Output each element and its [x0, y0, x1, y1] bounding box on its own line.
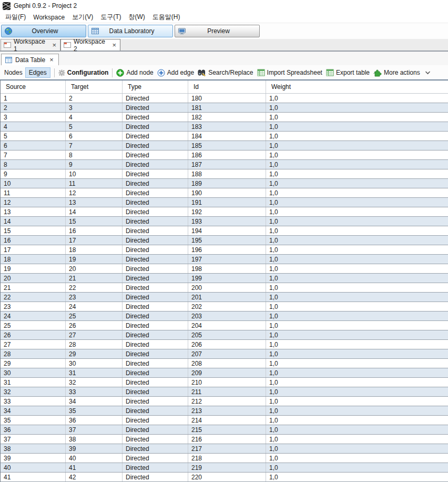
menu-file[interactable]: 파일(F)	[2, 12, 29, 23]
import-spreadsheet-button[interactable]: Import Spreadsheet	[257, 69, 322, 76]
table-row[interactable]: 910Directed1881,0	[1, 169, 448, 179]
table-row[interactable]: 2122Directed2001,0	[1, 283, 448, 293]
menu-view[interactable]: 보기(V)	[68, 12, 97, 23]
nodes-button[interactable]: Nodes	[3, 68, 24, 77]
table-row[interactable]: 1213Directed1911,0	[1, 198, 448, 207]
table-row[interactable]: 3132Directed2101,0	[1, 378, 448, 387]
table-row[interactable]: 2829Directed2071,0	[1, 349, 448, 359]
add-node-button[interactable]: Add node	[116, 69, 153, 77]
workspace-tab-1[interactable]: Workspace 1 ×	[1, 39, 60, 51]
table-row[interactable]: 3637Directed2151,0	[1, 425, 448, 435]
cell-id: 196	[188, 245, 266, 254]
table-row[interactable]: 4142Directed2201,0	[1, 473, 448, 482]
search-replace-button[interactable]: Search/Replace	[198, 69, 253, 77]
cell-weight: 1,0	[266, 169, 448, 178]
cell-id: 217	[188, 444, 266, 453]
table-row[interactable]: 1516Directed1941,0	[1, 226, 448, 236]
edges-button[interactable]: Edges	[25, 67, 50, 78]
table-row[interactable]: 34Directed1821,0	[1, 113, 448, 122]
preview-label: Preview	[188, 27, 259, 35]
column-header-type[interactable]: Type	[123, 81, 188, 93]
table-row[interactable]: 1920Directed1981,0	[1, 264, 448, 274]
close-icon[interactable]: ×	[51, 43, 57, 48]
close-icon[interactable]: ×	[48, 57, 55, 63]
table-row[interactable]: 2223Directed2011,0	[1, 293, 448, 302]
cell-type: Directed	[123, 359, 188, 368]
table-row[interactable]: 12Directed1801,0	[1, 94, 448, 103]
table-row[interactable]: 3031Directed2091,0	[1, 368, 448, 378]
data-laboratory-view-button[interactable]: Data Laboratory	[88, 25, 173, 37]
table-row[interactable]: 3435Directed2131,0	[1, 406, 448, 416]
table-row[interactable]: 56Directed1841,0	[1, 132, 448, 141]
cell-target: 38	[66, 435, 123, 444]
table-row[interactable]: 2425Directed2031,0	[1, 312, 448, 321]
table-row[interactable]: 1718Directed1961,0	[1, 245, 448, 255]
table-row[interactable]: 3839Directed2171,0	[1, 444, 448, 454]
table-row[interactable]: 1011Directed1891,0	[1, 179, 448, 188]
configuration-button[interactable]: Configuration	[58, 69, 109, 76]
search-replace-label: Search/Replace	[208, 69, 253, 76]
cell-target: 30	[66, 359, 123, 368]
table-row[interactable]: 2021Directed1991,0	[1, 274, 448, 283]
table-row[interactable]: 3233Directed2111,0	[1, 387, 448, 397]
add-edge-button[interactable]: Add edge	[157, 69, 194, 77]
menu-window[interactable]: 창(W)	[125, 12, 148, 23]
table-row[interactable]: 2627Directed2051,0	[1, 330, 448, 340]
table-row[interactable]: 1112Directed1901,0	[1, 188, 448, 198]
cell-id: 206	[188, 340, 266, 349]
column-header-weight[interactable]: Weight	[266, 81, 448, 93]
workspace-tab-2[interactable]: Workspace 2 ×	[60, 39, 120, 51]
column-header-target[interactable]: Target	[66, 81, 123, 93]
table-row[interactable]: 2728Directed2061,0	[1, 340, 448, 349]
cell-type: Directed	[123, 321, 188, 330]
menu-help[interactable]: 도움말(H)	[149, 12, 184, 23]
table-row[interactable]: 78Directed1861,0	[1, 150, 448, 160]
cell-id: 187	[188, 160, 266, 169]
table-row[interactable]: 45Directed1831,0	[1, 122, 448, 132]
table-row[interactable]: 1314Directed1921,0	[1, 207, 448, 217]
table-row[interactable]: 67Directed1851,0	[1, 141, 448, 150]
overview-view-button[interactable]: Overview	[1, 25, 86, 37]
cell-id: 213	[188, 406, 266, 415]
table-row[interactable]: 3738Directed2161,0	[1, 435, 448, 444]
table-row[interactable]: 2324Directed2021,0	[1, 302, 448, 312]
table-row[interactable]: 4041Directed2191,0	[1, 463, 448, 473]
table-row[interactable]: 2930Directed2081,0	[1, 359, 448, 368]
cell-id: 188	[188, 169, 266, 178]
preview-view-button[interactable]: Preview	[175, 25, 260, 37]
window-icon	[64, 42, 71, 48]
export-table-button[interactable]: Export table	[326, 69, 370, 76]
table-row[interactable]: 89Directed1871,0	[1, 160, 448, 169]
table-row[interactable]: 3334Directed2121,0	[1, 397, 448, 406]
menu-workspace[interactable]: Workspace	[29, 13, 68, 22]
cell-type: Directed	[123, 236, 188, 245]
table-row[interactable]: 2526Directed2041,0	[1, 321, 448, 330]
cell-target: 35	[66, 406, 123, 415]
cell-weight: 1,0	[266, 416, 448, 425]
gear-icon	[58, 69, 65, 76]
cell-target: 39	[66, 444, 123, 453]
data-table-tab[interactable]: Data Table ×	[1, 54, 59, 65]
cell-id: 214	[188, 416, 266, 425]
cell-id: 182	[188, 113, 266, 122]
table-row[interactable]: 23Directed1811,0	[1, 103, 448, 113]
window-icon	[4, 42, 11, 48]
cell-target: 34	[66, 397, 123, 406]
column-header-source[interactable]: Source	[1, 81, 66, 93]
cell-weight: 1,0	[266, 312, 448, 320]
table-row[interactable]: 1617Directed1951,0	[1, 236, 448, 245]
cell-id: 215	[188, 425, 266, 434]
close-icon[interactable]: ×	[111, 43, 117, 48]
table-row[interactable]: 3940Directed2181,0	[1, 454, 448, 463]
chevron-down-icon[interactable]	[425, 71, 431, 75]
globe-icon	[4, 27, 13, 35]
cell-target: 5	[66, 122, 123, 131]
column-header-id[interactable]: Id	[188, 81, 266, 93]
menu-tools[interactable]: 도구(T)	[97, 12, 125, 23]
cell-weight: 1,0	[266, 132, 448, 140]
table-row[interactable]: 3536Directed2141,0	[1, 416, 448, 425]
cell-target: 41	[66, 463, 123, 472]
more-actions-button[interactable]: More actions	[373, 69, 420, 77]
table-row[interactable]: 1819Directed1971,0	[1, 255, 448, 264]
table-row[interactable]: 1415Directed1931,0	[1, 217, 448, 226]
